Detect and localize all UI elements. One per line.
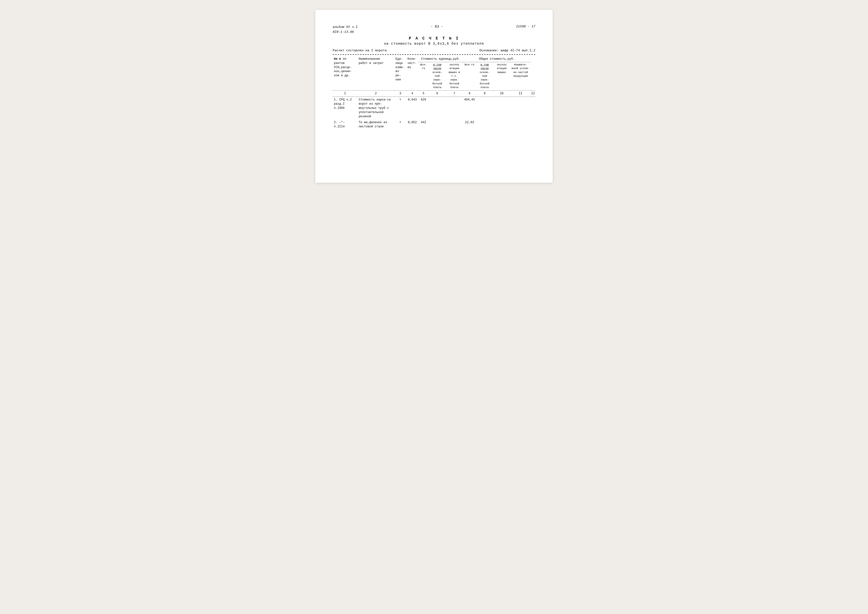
row2-ref: 2. –"– п.2II4 xyxy=(333,119,358,130)
col-header-price-group: Стоимость единицы,руб. xyxy=(418,56,463,62)
page-title: Р А С Ч Е Т № I xyxy=(333,36,535,41)
col-header-name: Наименование работ и затрат xyxy=(358,56,394,90)
doc-number: 8I0-1-13.86 xyxy=(333,29,358,34)
col-total-exp: эксплу атации машин xyxy=(493,62,510,90)
row1-total-base xyxy=(476,97,493,119)
row1-price-exp xyxy=(446,97,463,119)
row2-extra xyxy=(531,119,535,130)
row2-qty: 0,052 xyxy=(406,119,418,130)
row1-name: Стоимость карка-са ворот из пря-моугольн… xyxy=(358,97,394,119)
row1-qty: 0,643 xyxy=(406,97,418,119)
col-total-all: Все-го xyxy=(463,62,476,90)
row2-total-base xyxy=(476,119,493,130)
col-num-1: I xyxy=(333,90,358,97)
info-row: Расчет составлен на I ворота Основание: … xyxy=(333,49,535,52)
col-num-4: 4 xyxy=(406,90,418,97)
col-price-base: в том числе основ-ной зара-ботной платы xyxy=(429,62,446,90)
row1-norm xyxy=(510,97,531,119)
row1-price-all: 629 xyxy=(418,97,429,119)
row2-unit: т xyxy=(394,119,406,130)
col-total-base: в том числе основ-ной зара-ботной платы xyxy=(476,62,493,90)
col-num-9: 9 xyxy=(476,90,493,97)
top-separator xyxy=(333,54,535,55)
row2-total-all: 22,93 xyxy=(463,119,476,130)
col-num-12: I2 xyxy=(531,90,535,97)
header-left: альбом ХУ ч.I 8I0-1-13.86 xyxy=(333,25,358,34)
col-num-11: II xyxy=(510,90,531,97)
col-num-10: I0 xyxy=(493,90,510,97)
col-num-8: 8 xyxy=(463,90,476,97)
col-header-unit: Еди- ница изме-во ре- ния xyxy=(394,56,406,90)
table-row: 2. –"– п.2II4 То же,филенок из листовой … xyxy=(333,119,535,130)
col-norm: Нормати-вной услов-но-чистой продукции xyxy=(510,62,531,90)
row2-price-all: 44I xyxy=(418,119,429,130)
page-subtitle: на стоимость ворот В 3,6х3,6 без утеплит… xyxy=(333,42,535,46)
row1-total-exp xyxy=(493,97,510,119)
col-header-ref: №№ № пп рантов УСН,расце- нок,ценни- ков… xyxy=(333,56,358,90)
info-right: Основание: шифр 4I–74 вып.I,2 xyxy=(479,49,535,52)
col-num-7: 7 xyxy=(446,90,463,97)
row2-norm xyxy=(510,119,531,130)
title-block: Р А С Ч Е Т № I на стоимость ворот В 3,6… xyxy=(333,36,535,46)
table-row: 1. СРЦ ч.2 разд.I п.1966 Стоимость карка… xyxy=(333,97,535,119)
header-right: 21598 - 17 xyxy=(516,25,535,28)
row1-extra xyxy=(531,97,535,119)
row1-unit: т xyxy=(394,97,406,119)
col-num-2: 2 xyxy=(358,90,394,97)
info-left: Расчет составлен на I ворота xyxy=(333,49,387,52)
row1-total-all: 404,45 xyxy=(463,97,476,119)
row2-total-exp xyxy=(493,119,510,130)
col-header-total-group: Общая стоимость,руб. xyxy=(463,56,531,62)
header-top: альбом ХУ ч.I 8I0-1-13.86 - 83 - 21598 -… xyxy=(333,25,535,34)
table-header-row-1: №№ № пп рантов УСН,расце- нок,ценни- ков… xyxy=(333,56,535,62)
col-num-3: 3 xyxy=(394,90,406,97)
row2-name: То же,филенок из листовой стали xyxy=(358,119,394,130)
table-col-numbers-row: I 2 3 4 5 6 7 8 9 I0 II I2 xyxy=(333,90,535,97)
page-number: - 83 - xyxy=(431,25,443,29)
main-table: №№ № пп рантов УСН,расце- нок,ценни- ков… xyxy=(333,56,535,130)
page: альбом ХУ ч.I 8I0-1-13.86 - 83 - 21598 -… xyxy=(315,10,553,183)
col-num-5: 5 xyxy=(418,90,429,97)
row2-price-base xyxy=(429,119,446,130)
row1-price-base xyxy=(429,97,446,119)
col-price-exp: эксплу атации машин в т.ч. зара-ботной п… xyxy=(446,62,463,90)
col-num-6: 6 xyxy=(429,90,446,97)
header-center: - 83 - xyxy=(358,25,516,29)
col-header-qty: Коли- чест-во xyxy=(406,56,418,90)
row1-ref: 1. СРЦ ч.2 разд.I п.1966 xyxy=(333,97,358,119)
col-price-all: Все-го xyxy=(418,62,429,90)
row2-price-exp xyxy=(446,119,463,130)
album-label: альбом ХУ ч.I xyxy=(333,25,358,29)
